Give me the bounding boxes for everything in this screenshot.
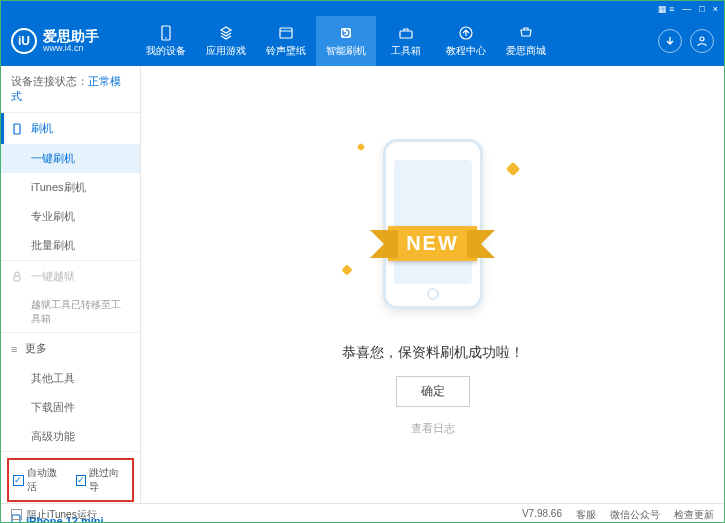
svg-point-7 xyxy=(700,37,704,41)
sidebar-item-batch[interactable]: 批量刷机 xyxy=(1,231,140,260)
nav-label: 教程中心 xyxy=(446,44,486,58)
svg-point-1 xyxy=(165,37,167,39)
nav: 我的设备 应用游戏 铃声壁纸 智能刷机 工具箱 教程中心 爱思商城 xyxy=(136,16,658,66)
sidebar-item-oneclick[interactable]: 一键刷机 xyxy=(1,144,140,173)
checkbox-icon xyxy=(76,475,87,486)
nav-flash[interactable]: 智能刷机 xyxy=(316,16,376,66)
sidebar: 设备连接状态：正常模式 刷机 一键刷机 iTunes刷机 专业刷机 批量刷机 一… xyxy=(1,66,141,503)
sidebar-flash-group[interactable]: 刷机 xyxy=(1,113,140,144)
version-label: V7.98.66 xyxy=(522,508,562,522)
logo: iU 爱思助手 www.i4.cn xyxy=(11,28,136,54)
sidebar-label: 刷机 xyxy=(31,121,53,136)
checkbox-block-itunes[interactable]: 阻止iTunes运行 xyxy=(11,508,97,522)
sidebar-more-group[interactable]: ≡ 更多 xyxy=(1,333,140,364)
sidebar-item-download[interactable]: 下载固件 xyxy=(1,393,140,422)
lock-icon xyxy=(11,271,23,283)
logo-icon: iU xyxy=(11,28,37,54)
ok-button[interactable]: 确定 xyxy=(396,376,470,407)
sidebar-item-pro[interactable]: 专业刷机 xyxy=(1,202,140,231)
checkbox-label: 阻止iTunes运行 xyxy=(27,508,97,522)
titlebar-menu-icon[interactable]: ▦ ≡ xyxy=(658,4,675,14)
nav-store[interactable]: 爱思商城 xyxy=(496,16,556,66)
checkbox-label: 自动激活 xyxy=(27,466,66,494)
nav-my-device[interactable]: 我的设备 xyxy=(136,16,196,66)
nav-label: 爱思商城 xyxy=(506,44,546,58)
header: iU 爱思助手 www.i4.cn 我的设备 应用游戏 铃声壁纸 智能刷机 工具… xyxy=(1,16,724,66)
book-icon xyxy=(457,24,475,42)
checkbox-skip-guide[interactable]: 跳过向导 xyxy=(76,466,129,494)
toolbox-icon xyxy=(397,24,415,42)
download-button[interactable] xyxy=(658,29,682,53)
sidebar-label: 一键越狱 xyxy=(31,269,75,284)
nav-label: 我的设备 xyxy=(146,44,186,58)
nav-toolbox[interactable]: 工具箱 xyxy=(376,16,436,66)
titlebar: ▦ ≡ — □ × xyxy=(1,1,724,16)
nav-ringtone[interactable]: 铃声壁纸 xyxy=(256,16,316,66)
sidebar-item-other[interactable]: 其他工具 xyxy=(1,364,140,393)
nav-label: 应用游戏 xyxy=(206,44,246,58)
minimize-icon[interactable]: — xyxy=(682,4,691,14)
sidebar-item-advanced[interactable]: 高级功能 xyxy=(1,422,140,451)
nav-tutorial[interactable]: 教程中心 xyxy=(436,16,496,66)
sidebar-item-itunes[interactable]: iTunes刷机 xyxy=(1,173,140,202)
phone-illustration: NEW xyxy=(368,134,498,314)
svg-rect-5 xyxy=(400,31,412,38)
jailbreak-note: 越狱工具已转移至工具箱 xyxy=(1,292,140,332)
connection-status: 设备连接状态：正常模式 xyxy=(1,66,140,113)
service-link[interactable]: 客服 xyxy=(576,508,596,522)
phone-icon xyxy=(11,123,23,135)
cart-icon xyxy=(517,24,535,42)
update-link[interactable]: 检查更新 xyxy=(674,508,714,522)
options-highlight: 自动激活 跳过向导 xyxy=(7,458,134,502)
success-message: 恭喜您，保资料刷机成功啦！ xyxy=(342,344,524,362)
refresh-icon xyxy=(337,24,355,42)
nav-label: 智能刷机 xyxy=(326,44,366,58)
svg-rect-2 xyxy=(280,28,292,38)
checkbox-icon xyxy=(13,475,24,486)
svg-rect-9 xyxy=(14,276,20,281)
maximize-icon[interactable]: □ xyxy=(699,4,704,14)
nav-apps[interactable]: 应用游戏 xyxy=(196,16,256,66)
nav-label: 工具箱 xyxy=(391,44,421,58)
phone-icon xyxy=(157,24,175,42)
main-content: NEW 恭喜您，保资料刷机成功啦！ 确定 查看日志 xyxy=(141,66,724,503)
wechat-link[interactable]: 微信公众号 xyxy=(610,508,660,522)
nav-label: 铃声壁纸 xyxy=(266,44,306,58)
folder-icon xyxy=(277,24,295,42)
checkbox-auto-activate[interactable]: 自动激活 xyxy=(13,466,66,494)
app-name: 爱思助手 xyxy=(43,29,99,43)
checkbox-label: 跳过向导 xyxy=(89,466,128,494)
new-ribbon: NEW xyxy=(388,226,477,261)
apps-icon xyxy=(217,24,235,42)
user-button[interactable] xyxy=(690,29,714,53)
menu-icon: ≡ xyxy=(11,343,17,355)
sidebar-label: 更多 xyxy=(25,341,47,356)
app-url: www.i4.cn xyxy=(43,43,99,53)
view-log-link[interactable]: 查看日志 xyxy=(411,421,455,436)
checkbox-icon xyxy=(11,509,22,520)
svg-rect-8 xyxy=(14,124,20,134)
close-icon[interactable]: × xyxy=(713,4,718,14)
sidebar-jailbreak-group[interactable]: 一键越狱 xyxy=(1,261,140,292)
